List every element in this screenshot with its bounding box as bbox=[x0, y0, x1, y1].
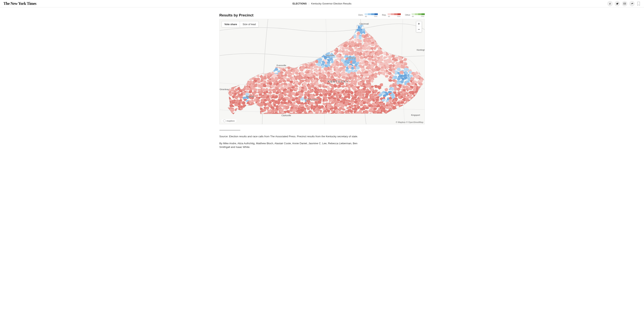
precinct[interactable] bbox=[246, 69, 250, 73]
precinct[interactable] bbox=[284, 93, 287, 96]
precinct[interactable] bbox=[288, 22, 293, 26]
precinct[interactable] bbox=[264, 44, 268, 48]
precinct[interactable] bbox=[296, 54, 299, 58]
precinct[interactable] bbox=[254, 34, 258, 37]
precinct[interactable] bbox=[270, 34, 274, 38]
precinct[interactable] bbox=[248, 32, 253, 36]
precinct[interactable] bbox=[249, 42, 253, 45]
bookmark-icon[interactable] bbox=[637, 1, 640, 6]
precinct[interactable] bbox=[294, 53, 297, 56]
precinct[interactable] bbox=[304, 44, 308, 48]
precinct[interactable] bbox=[375, 30, 378, 33]
precinct[interactable] bbox=[244, 68, 248, 71]
precinct[interactable] bbox=[237, 37, 240, 40]
precinct[interactable] bbox=[398, 108, 402, 112]
precinct[interactable] bbox=[348, 28, 352, 32]
precinct[interactable] bbox=[309, 50, 312, 53]
precinct[interactable] bbox=[408, 35, 412, 37]
precinct[interactable] bbox=[291, 41, 295, 45]
precinct[interactable] bbox=[320, 22, 324, 25]
precinct[interactable] bbox=[418, 104, 423, 107]
precinct[interactable] bbox=[254, 72, 257, 76]
precinct[interactable] bbox=[225, 60, 229, 63]
precinct[interactable] bbox=[242, 47, 246, 50]
precinct[interactable] bbox=[254, 31, 258, 34]
precinct[interactable] bbox=[226, 49, 229, 53]
precinct[interactable] bbox=[233, 80, 237, 83]
precinct[interactable] bbox=[304, 36, 307, 40]
precinct[interactable] bbox=[249, 70, 253, 73]
precinct[interactable] bbox=[234, 68, 238, 71]
precinct[interactable] bbox=[263, 42, 267, 46]
precinct[interactable] bbox=[398, 27, 401, 31]
precinct[interactable] bbox=[225, 59, 230, 63]
precinct[interactable] bbox=[394, 45, 398, 48]
precinct[interactable] bbox=[270, 35, 275, 39]
precinct[interactable] bbox=[290, 47, 293, 50]
precinct[interactable] bbox=[328, 41, 332, 44]
precinct[interactable] bbox=[228, 58, 232, 62]
precinct[interactable] bbox=[309, 52, 314, 55]
precinct[interactable] bbox=[406, 25, 410, 28]
precinct[interactable] bbox=[271, 32, 276, 36]
precinct[interactable] bbox=[233, 34, 236, 37]
precinct[interactable] bbox=[411, 32, 415, 35]
precinct[interactable] bbox=[266, 69, 269, 73]
precinct[interactable] bbox=[295, 58, 298, 61]
precinct[interactable] bbox=[386, 49, 390, 53]
precinct[interactable] bbox=[225, 36, 230, 40]
precinct[interactable] bbox=[254, 107, 258, 110]
precinct[interactable] bbox=[231, 28, 236, 31]
precinct[interactable] bbox=[316, 51, 320, 54]
precinct[interactable] bbox=[256, 35, 260, 38]
precinct[interactable] bbox=[386, 36, 390, 40]
precinct[interactable] bbox=[399, 29, 404, 32]
precinct[interactable] bbox=[421, 106, 424, 110]
precinct[interactable] bbox=[345, 25, 348, 29]
precinct[interactable] bbox=[302, 23, 305, 27]
precinct[interactable] bbox=[302, 35, 306, 38]
precinct[interactable] bbox=[230, 47, 234, 50]
precinct[interactable] bbox=[245, 34, 249, 37]
precinct[interactable] bbox=[235, 109, 239, 113]
precinct[interactable] bbox=[254, 51, 259, 55]
precinct[interactable] bbox=[323, 24, 328, 28]
precinct[interactable] bbox=[290, 63, 294, 66]
precinct[interactable] bbox=[251, 63, 256, 66]
precinct[interactable] bbox=[260, 58, 265, 61]
precinct[interactable] bbox=[280, 48, 283, 52]
precinct[interactable] bbox=[316, 42, 320, 46]
precinct[interactable] bbox=[392, 25, 396, 29]
precinct[interactable] bbox=[282, 58, 287, 62]
precinct[interactable] bbox=[394, 23, 400, 26]
precinct[interactable] bbox=[378, 71, 380, 76]
precinct[interactable] bbox=[239, 55, 244, 58]
precinct[interactable] bbox=[227, 78, 231, 82]
precinct[interactable] bbox=[318, 43, 323, 46]
precinct[interactable] bbox=[268, 23, 272, 26]
precinct[interactable] bbox=[248, 112, 252, 115]
precinct[interactable] bbox=[368, 33, 372, 36]
precinct[interactable] bbox=[287, 50, 290, 54]
precinct[interactable] bbox=[391, 49, 395, 52]
precinct[interactable] bbox=[279, 36, 283, 40]
precinct[interactable] bbox=[421, 94, 424, 97]
precinct[interactable] bbox=[333, 28, 337, 31]
precinct[interactable] bbox=[236, 39, 240, 42]
precinct[interactable] bbox=[252, 67, 256, 70]
precinct[interactable] bbox=[396, 48, 398, 51]
precinct[interactable] bbox=[416, 107, 420, 110]
precinct[interactable] bbox=[297, 63, 302, 66]
precinct[interactable] bbox=[404, 32, 408, 36]
precinct[interactable] bbox=[272, 66, 275, 70]
precinct[interactable] bbox=[275, 47, 279, 51]
precinct[interactable] bbox=[274, 30, 278, 32]
precinct[interactable] bbox=[312, 56, 316, 60]
precinct[interactable] bbox=[284, 46, 288, 50]
precinct[interactable] bbox=[420, 39, 424, 43]
precinct[interactable] bbox=[315, 112, 319, 116]
precinct[interactable] bbox=[394, 36, 397, 39]
precinct[interactable] bbox=[417, 39, 422, 42]
precinct[interactable] bbox=[269, 62, 272, 66]
precinct[interactable] bbox=[242, 112, 246, 114]
